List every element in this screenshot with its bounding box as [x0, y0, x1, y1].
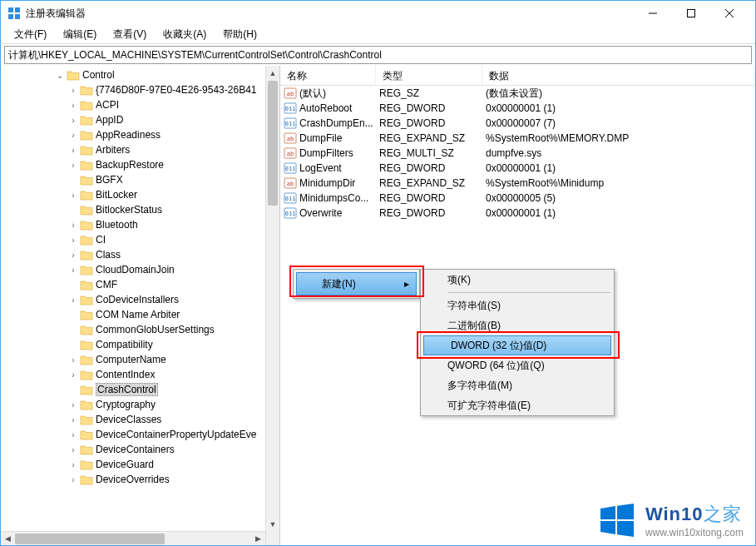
expander-closed-icon[interactable]: ›	[67, 474, 79, 485]
tree-item[interactable]: ›AppID	[1, 112, 279, 127]
tree-item[interactable]: ›DeviceContainerPropertyUpdateEve	[1, 427, 279, 442]
svg-text:011: 011	[285, 196, 296, 202]
tree-item[interactable]: ›BitLocker	[1, 187, 279, 202]
menu-string[interactable]: 字符串值(S)	[421, 295, 614, 315]
tree-item[interactable]: BitlockerStatus	[1, 202, 279, 217]
list-row[interactable]: 011CrashDumpEn...REG_DWORD0x00000007 (7)	[280, 116, 755, 131]
value-name: MinidumpsCo...	[299, 192, 368, 204]
list-row[interactable]: 011AutoRebootREG_DWORD0x00000001 (1)	[280, 101, 755, 116]
list-row[interactable]: abDumpFileREG_EXPAND_SZ%SystemRoot%\MEMO…	[280, 131, 755, 146]
tree-item[interactable]: ›{7746D80F-97E0-4E26-9543-26B41	[1, 82, 279, 97]
menu-dword[interactable]: DWORD (32 位)值(D)	[423, 335, 611, 355]
expander-closed-icon[interactable]: ›	[67, 444, 79, 455]
tree-item[interactable]: ›CloudDomainJoin	[1, 262, 279, 277]
scroll-up-icon[interactable]: ▲	[266, 66, 279, 80]
expander-closed-icon[interactable]: ›	[67, 189, 79, 201]
expander-closed-icon[interactable]: ›	[67, 429, 79, 440]
expander-open-icon[interactable]: ⌄	[54, 69, 66, 81]
menu-file[interactable]: 文件(F)	[6, 26, 55, 43]
tree-item[interactable]: Compatibility	[1, 337, 279, 352]
tree-item[interactable]: ›Class	[1, 247, 279, 262]
expander-closed-icon[interactable]: ›	[67, 354, 79, 365]
tree-item[interactable]: ›Bluetooth	[1, 217, 279, 232]
tree-label: DeviceContainerPropertyUpdateEve	[96, 429, 256, 440]
expander-closed-icon[interactable]: ›	[67, 114, 79, 126]
tree-item[interactable]: CommonGlobUserSettings	[1, 322, 279, 337]
tree-item[interactable]: ›DeviceContainers	[1, 442, 279, 457]
minimize-button[interactable]	[634, 1, 672, 26]
expander-closed-icon[interactable]: ›	[67, 294, 79, 305]
menu-expandstring[interactable]: 可扩充字符串值(E)	[421, 395, 614, 415]
expander-closed-icon[interactable]: ›	[67, 99, 79, 111]
expander-closed-icon[interactable]: ›	[67, 459, 79, 470]
menu-edit[interactable]: 编辑(E)	[55, 26, 105, 43]
tree-item[interactable]: ›CI	[1, 232, 279, 247]
tree-item[interactable]: ⌄Control	[1, 67, 279, 82]
col-data[interactable]: 数据	[482, 66, 755, 85]
list-row[interactable]: 011LogEventREG_DWORD0x00000001 (1)	[280, 161, 755, 176]
menu-new-label: 新建(N)	[322, 277, 356, 291]
expander-closed-icon[interactable]: ›	[67, 234, 79, 246]
col-type[interactable]: 类型	[376, 66, 482, 85]
menu-favorites[interactable]: 收藏夹(A)	[155, 26, 215, 43]
expander-closed-icon[interactable]: ›	[67, 144, 79, 156]
tree-item[interactable]: ›ACPI	[1, 97, 279, 112]
expander-closed-icon[interactable]: ›	[67, 219, 79, 231]
list-row[interactable]: ab(默认)REG_SZ(数值未设置)	[280, 86, 755, 101]
tree-hscrollbar[interactable]: ◀ ▶	[1, 531, 265, 545]
tree-item[interactable]: ›Arbiters	[1, 142, 279, 157]
expander-closed-icon[interactable]: ›	[67, 129, 79, 141]
tree-item[interactable]: ›DeviceClasses	[1, 412, 279, 427]
address-bar[interactable]: 计算机\HKEY_LOCAL_MACHINE\SYSTEM\CurrentCon…	[4, 46, 752, 64]
expander-closed-icon[interactable]: ›	[67, 399, 79, 410]
list-row[interactable]: 011MinidumpsCo...REG_DWORD0x00000005 (5)	[280, 191, 755, 206]
tree-item[interactable]: ›BackupRestore	[1, 157, 279, 172]
value-type: REG_SZ	[376, 87, 482, 99]
tree-item[interactable]: ›CoDeviceInstallers	[1, 292, 279, 307]
tree-item[interactable]: COM Name Arbiter	[1, 307, 279, 322]
value-type: REG_DWORD	[376, 207, 482, 219]
menu-qword[interactable]: QWORD (64 位)值(Q)	[421, 355, 614, 375]
window-controls	[634, 1, 749, 26]
tree-vscrollbar[interactable]: ▲ ▼	[265, 66, 279, 545]
list-row[interactable]: abMinidumpDirREG_EXPAND_SZ%SystemRoot%\M…	[280, 176, 755, 191]
list-row[interactable]: 011OverwriteREG_DWORD0x00000001 (1)	[280, 206, 755, 221]
hscroll-thumb[interactable]	[15, 534, 165, 544]
menu-multistring[interactable]: 多字符串值(M)	[421, 375, 614, 395]
tree-item[interactable]: ›ComputerName	[1, 352, 279, 367]
menu-help[interactable]: 帮助(H)	[215, 26, 265, 43]
tree-item[interactable]: BGFX	[1, 172, 279, 187]
close-button[interactable]	[710, 1, 749, 26]
maximize-button[interactable]	[672, 1, 710, 26]
tree-item[interactable]: ›ContentIndex	[1, 367, 279, 382]
list-body[interactable]: ab(默认)REG_SZ(数值未设置)011AutoRebootREG_DWOR…	[280, 86, 755, 221]
svg-marker-29	[617, 521, 634, 537]
scroll-down-icon[interactable]: ▼	[266, 517, 279, 531]
col-name[interactable]: 名称	[280, 66, 376, 85]
tree-item[interactable]: ›DeviceOverrides	[1, 472, 279, 487]
tree-item[interactable]: ›Cryptography	[1, 397, 279, 412]
expander-closed-icon[interactable]: ›	[67, 159, 79, 171]
expander-closed-icon[interactable]: ›	[67, 249, 79, 261]
tree-item[interactable]: CrashControl	[1, 382, 279, 397]
expander-closed-icon[interactable]: ›	[67, 84, 79, 96]
expander-closed-icon[interactable]: ›	[67, 414, 79, 425]
tree-label: AppID	[96, 114, 123, 126]
expander-closed-icon[interactable]: ›	[67, 264, 79, 275]
scroll-right-icon[interactable]: ▶	[251, 532, 265, 545]
menu-new[interactable]: 新建(N) ▸	[296, 272, 417, 295]
list-header: 名称 类型 数据	[280, 66, 755, 86]
tree-label: ComputerName	[96, 354, 166, 365]
menu-view[interactable]: 查看(V)	[105, 26, 155, 43]
scroll-thumb[interactable]	[268, 81, 278, 206]
menu-binary[interactable]: 二进制值(B)	[421, 315, 614, 335]
scroll-left-icon[interactable]: ◀	[1, 532, 15, 545]
tree-item[interactable]: ›AppReadiness	[1, 127, 279, 142]
list-row[interactable]: abDumpFiltersREG_MULTI_SZdumpfve.sys	[280, 146, 755, 161]
expander-closed-icon[interactable]: ›	[67, 369, 79, 380]
menu-key[interactable]: 项(K)	[421, 270, 614, 290]
value-name: DumpFile	[299, 132, 342, 144]
tree-item[interactable]: CMF	[1, 277, 279, 292]
tree[interactable]: ⌄Control›{7746D80F-97E0-4E26-9543-26B41›…	[1, 66, 279, 489]
tree-item[interactable]: ›DeviceGuard	[1, 457, 279, 472]
